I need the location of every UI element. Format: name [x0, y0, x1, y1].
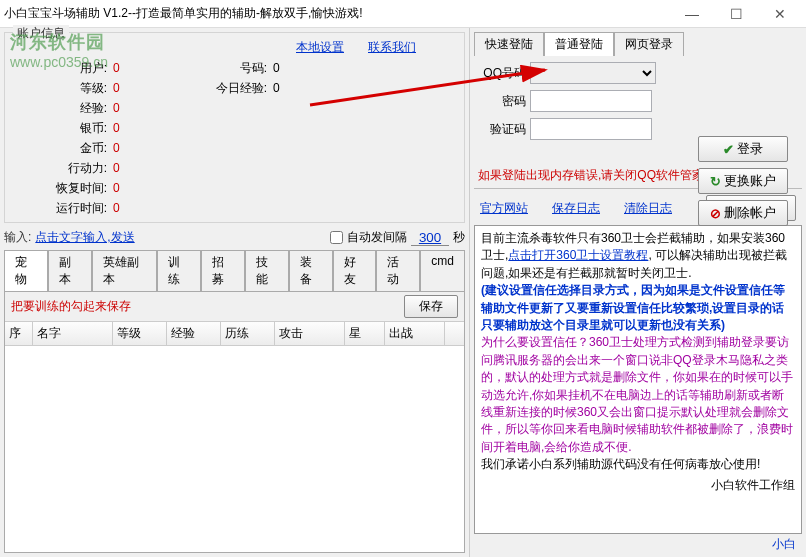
log-signature: 小白软件工作组	[481, 477, 795, 494]
table-body	[5, 346, 464, 552]
auto-send-checkbox[interactable]: 自动发间隔	[330, 229, 407, 246]
login-tab-0[interactable]: 快速登陆	[474, 32, 544, 56]
check-icon: ✔	[723, 142, 734, 157]
tab-好友[interactable]: 好友	[333, 250, 377, 291]
interval-unit: 秒	[453, 229, 465, 246]
stat-label: 行动力:	[13, 160, 113, 177]
login-tab-1[interactable]: 普通登陆	[544, 32, 614, 56]
input-hint[interactable]: 点击文字输入,发送	[35, 229, 134, 246]
col-攻击[interactable]: 攻击	[275, 322, 345, 345]
login-tab-2[interactable]: 网页登录	[614, 32, 684, 56]
contact-us-link[interactable]: 联系我们	[368, 39, 416, 56]
delete-account-button[interactable]: ⊘ 删除帐户	[698, 200, 788, 226]
login-tabs: 快速登陆普通登陆网页登录	[474, 32, 802, 56]
window-title: 小白宝宝斗场辅助 V1.2--打造最简单实用的辅助-解放双手,愉快游戏!	[4, 5, 670, 22]
save-log-link[interactable]: 保存日志	[552, 200, 600, 217]
table-header: 序名字等级经验历练攻击星出战	[5, 322, 464, 346]
tab-英雄副本[interactable]: 英雄副本	[92, 250, 158, 291]
refresh-icon: ↻	[710, 174, 721, 189]
stat-value: 0	[113, 61, 193, 75]
stat-label: 金币:	[13, 140, 113, 157]
stat-label: 银币:	[13, 120, 113, 137]
footer-text: 小白	[474, 534, 802, 553]
local-settings-link[interactable]: 本地设置	[296, 39, 344, 56]
stat-value: 0	[113, 181, 193, 195]
log-box: 目前主流杀毒软件只有360卫士会拦截辅助，如果安装360卫士,点击打开360卫士…	[474, 225, 802, 534]
save-hint-text: 把要训练的勾起来保存	[11, 298, 404, 315]
maximize-button[interactable]: ☐	[714, 1, 758, 27]
change-account-button[interactable]: ↻ 更换账户	[698, 168, 788, 194]
col-出战[interactable]: 出战	[385, 322, 445, 345]
tab-技能[interactable]: 技能	[245, 250, 289, 291]
col-历练[interactable]: 历练	[221, 322, 275, 345]
pwd-label: 密码	[474, 93, 526, 110]
stat-label: 恢复时间:	[13, 180, 113, 197]
pwd-input[interactable]	[530, 90, 652, 112]
col-序[interactable]: 序	[5, 322, 33, 345]
tab-招募[interactable]: 招募	[201, 250, 245, 291]
tab-cmd[interactable]: cmd	[420, 250, 465, 291]
captcha-label: 验证码	[474, 121, 526, 138]
stat-value: 0	[113, 121, 193, 135]
save-button[interactable]: 保存	[404, 295, 458, 318]
watermark: 河东软件园 www.pc0359.cn	[10, 30, 108, 70]
stat-value: 0	[273, 61, 353, 75]
minimize-button[interactable]: —	[670, 1, 714, 27]
close-button[interactable]: ✕	[758, 1, 802, 27]
stat-label: 经验:	[13, 100, 113, 117]
tab-装备[interactable]: 装备	[289, 250, 333, 291]
qq-select[interactable]	[530, 62, 656, 84]
stat-value: 0	[113, 81, 193, 95]
official-site-link[interactable]: 官方网站	[480, 200, 528, 217]
stat-value: 0	[113, 201, 193, 215]
input-label: 输入:	[4, 229, 31, 246]
captcha-input[interactable]	[530, 118, 652, 140]
main-tabs: 宠物副本英雄副本训练招募技能装备好友活动cmd	[4, 250, 465, 291]
stat-label: 运行时间:	[13, 200, 113, 217]
forbid-icon: ⊘	[710, 206, 721, 221]
tutorial-link[interactable]: 点击打开360卫士设置教程	[508, 248, 648, 262]
stat-value: 0	[113, 161, 193, 175]
stat-label: 今日经验:	[193, 80, 273, 97]
tab-活动[interactable]: 活动	[376, 250, 420, 291]
stat-value: 0	[113, 141, 193, 155]
col-等级[interactable]: 等级	[113, 322, 167, 345]
tab-训练[interactable]: 训练	[157, 250, 201, 291]
tab-宠物[interactable]: 宠物	[4, 250, 48, 291]
stat-label: 等级:	[13, 80, 113, 97]
clear-log-link[interactable]: 清除日志	[624, 200, 672, 217]
col-经验[interactable]: 经验	[167, 322, 221, 345]
qq-label: QQ号码	[474, 65, 526, 82]
col-星[interactable]: 星	[345, 322, 385, 345]
stat-value: 0	[273, 81, 353, 95]
stat-value: 0	[113, 101, 193, 115]
login-button[interactable]: ✔ 登录	[698, 136, 788, 162]
stat-label: 号码:	[193, 60, 273, 77]
col-名字[interactable]: 名字	[33, 322, 113, 345]
tab-副本[interactable]: 副本	[48, 250, 92, 291]
interval-input[interactable]	[411, 230, 449, 246]
